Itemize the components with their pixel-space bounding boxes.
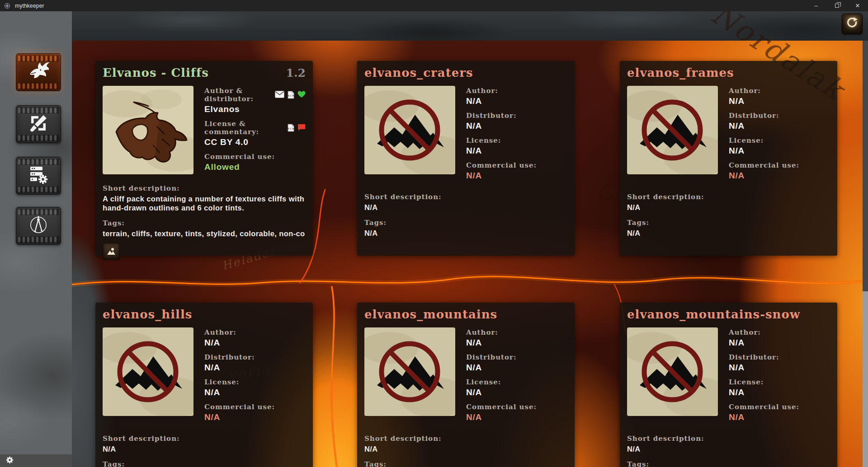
tags-value: N/A [627, 229, 830, 238]
mail-icon[interactable] [275, 91, 284, 99]
field-value: N/A [204, 338, 306, 348]
short-description-label: Short description: [103, 434, 306, 443]
field-label: License: [204, 378, 306, 386]
asset-card: elvanos_frames Author:N/ADistributor:N/A… [620, 61, 837, 256]
field-label-text: Distributor: [466, 353, 516, 361]
comment-icon[interactable] [297, 124, 306, 132]
field-label: Author & distributor:</> [204, 87, 306, 103]
refresh-icon [846, 17, 859, 31]
tags-value: N/A [364, 229, 567, 238]
field-label: License & commentary:</> [204, 120, 306, 136]
card-fields: Author:N/ADistributor:N/ALicense:N/AComm… [729, 327, 830, 428]
field-label: Commercial use: [204, 153, 306, 161]
field-label: Author: [729, 328, 830, 336]
field-label: Author: [204, 328, 306, 336]
field-label-text: Author: [729, 328, 761, 336]
card-title: elvanos_hills [103, 308, 192, 322]
restore-icon [835, 4, 839, 8]
field-label: Author: [729, 87, 830, 95]
card-thumbnail[interactable] [364, 327, 455, 416]
field-label: Distributor: [204, 353, 306, 361]
close-button[interactable]: ✕ [847, 0, 868, 11]
card-thumbnail[interactable] [627, 327, 718, 416]
card-title: elvanos_frames [627, 66, 734, 80]
asset-card: elvanos_craters Author:N/ADistributor:N/… [357, 61, 575, 256]
field-label-text: Commercial use: [466, 161, 537, 169]
tags-label: Tags: [103, 460, 306, 467]
field-label: Distributor: [729, 112, 830, 120]
short-description-value: N/A [364, 444, 567, 453]
card-title: elvanos_mountains [364, 308, 497, 322]
code-file-icon[interactable]: </> [288, 124, 294, 132]
svg-text:</>: </> [288, 94, 294, 98]
tags-value: terrain, cliffs, texture, tints, stylize… [103, 229, 306, 238]
dragon-logo-icon [4, 3, 10, 9]
field-value: N/A [204, 388, 306, 397]
sidebar-item-tools[interactable] [16, 207, 61, 245]
short-description-value: N/A [627, 444, 830, 453]
field-value: N/A [729, 338, 830, 348]
tags-label: Tags: [103, 219, 306, 227]
sidebar-footer [0, 454, 72, 467]
refresh-button[interactable] [842, 14, 863, 34]
card-fields: Author:N/ADistributor:N/ALicense:N/AComm… [204, 327, 306, 428]
field-value: N/A [204, 363, 306, 373]
field-label: Commercial use: [204, 403, 306, 411]
field-label-text: Commercial use: [729, 161, 799, 169]
window-title: mythkeeper [15, 3, 44, 9]
field-value: Elvanos [204, 104, 306, 114]
field-label: License: [729, 378, 830, 386]
field-value: N/A [466, 338, 567, 348]
card-version: 1.2 [286, 66, 306, 79]
image-icon [106, 246, 117, 258]
tags-label: Tags: [364, 460, 567, 467]
compass-icon [27, 213, 50, 238]
gallery-button[interactable] [103, 243, 120, 260]
card-thumbnail[interactable] [627, 86, 718, 174]
field-value: N/A [466, 412, 567, 422]
field-value: N/A [466, 171, 567, 181]
field-label-text: License: [729, 378, 764, 386]
card-title: Elvanos - Cliffs [103, 66, 209, 80]
server-gear-icon [27, 163, 50, 188]
card-thumbnail[interactable] [103, 327, 193, 416]
sidebar-item-manage[interactable] [16, 157, 61, 195]
field-label: Distributor: [466, 112, 567, 120]
short-description-value: N/A [364, 203, 567, 212]
short-description-value: N/A [103, 444, 306, 453]
field-value: N/A [729, 96, 830, 106]
field-value: N/A [466, 146, 567, 156]
field-label-text: Distributor: [204, 353, 255, 361]
field-label: Author: [466, 87, 567, 95]
asset-card: elvanos_hills Author:N/ADistributor:N/AL… [95, 303, 313, 467]
heart-icon[interactable] [297, 91, 306, 99]
field-label-text: License: [466, 136, 501, 145]
field-value: N/A [466, 96, 567, 106]
settings-gear-button[interactable] [6, 456, 14, 466]
svg-text:</>: </> [288, 127, 294, 131]
scrollbar-track[interactable] [863, 41, 868, 467]
field-label-text: Commercial use: [204, 153, 275, 161]
sidebar-item-assets[interactable] [16, 53, 61, 91]
field-label-text: Distributor: [466, 112, 516, 120]
sidebar-item-customize[interactable] [16, 105, 61, 143]
field-label: Commercial use: [729, 403, 830, 411]
field-value: N/A [204, 412, 306, 422]
field-value: N/A [729, 146, 830, 156]
restore-button[interactable] [826, 0, 847, 11]
short-description-label: Short description: [103, 184, 306, 192]
code-file-icon[interactable]: </> [288, 91, 294, 99]
field-label: Distributor: [466, 353, 567, 361]
field-label: Commercial use: [466, 403, 567, 411]
field-label-text: Commercial use: [204, 403, 275, 411]
minimize-button[interactable]: – [806, 0, 826, 11]
card-thumbnail[interactable] [364, 86, 455, 174]
dragon-icon [27, 60, 50, 85]
card-thumbnail[interactable] [103, 86, 193, 174]
scrollbar-thumb[interactable] [863, 291, 868, 467]
field-label: Commercial use: [466, 161, 567, 169]
field-value: CC BY 4.0 [204, 137, 306, 147]
field-label: License: [466, 136, 567, 145]
field-label-text: License: [729, 136, 764, 145]
field-label: Commercial use: [729, 161, 830, 169]
